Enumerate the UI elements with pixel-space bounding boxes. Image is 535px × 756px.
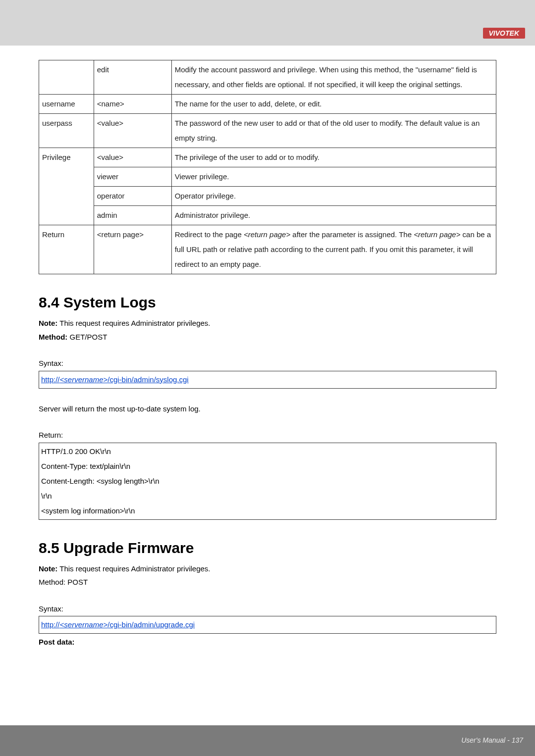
cell: <return page> [94, 225, 171, 274]
table-row: operator Operator privilege. [39, 187, 496, 206]
cell: The privilege of the user to add or to m… [171, 148, 496, 167]
return-box: HTTP/1.0 200 OK\r\n Content-Type: text/p… [39, 443, 496, 520]
cell: Modify the account password and privileg… [171, 60, 496, 95]
cell: operator [94, 187, 171, 206]
cell: Redirect to the page <return page> after… [171, 225, 496, 274]
cell: The password of the new user to add or t… [171, 114, 496, 148]
cell: <value> [94, 148, 171, 167]
heading-system-logs: 8.4 System Logs [39, 294, 496, 311]
brand-pill: VIVOTEK [483, 28, 525, 39]
table-row: admin Administrator privilege. [39, 206, 496, 225]
table-row: edit Modify the account password and pri… [39, 60, 496, 95]
cell: Viewer privilege. [171, 167, 496, 187]
return-line: Content-Type: text/plain\r\n [41, 459, 494, 474]
table-row: Return <return page> Redirect to the pag… [39, 225, 496, 274]
return-line: HTTP/1.0 200 OK\r\n [41, 444, 494, 459]
cell: Administrator privilege. [171, 206, 496, 225]
syntax-box-2: http://<servername>/cgi-bin/admin/upgrad… [39, 616, 496, 634]
cell: <value> [94, 114, 171, 148]
syslog-url[interactable]: http://<servername>/cgi-bin/admin/syslog… [41, 375, 189, 384]
note-line-2: Note: This request requires Administrato… [39, 562, 496, 575]
parameter-table: edit Modify the account password and pri… [39, 60, 496, 274]
table-row: userpass <value> The password of the new… [39, 114, 496, 148]
syntax-label: Syntax: [39, 357, 496, 370]
cell: Operator privilege. [171, 187, 496, 206]
cell: Return [39, 225, 94, 274]
cell: The name for the user to add, delete, or… [171, 95, 496, 114]
footer: User's Manual - 137 [0, 725, 535, 756]
method-line-2: Method: POST [39, 576, 496, 589]
syntax-label-2: Syntax: [39, 603, 496, 615]
cell: admin [94, 206, 171, 225]
return-label: Return: [39, 429, 496, 442]
post-data-label: Post data: [39, 636, 496, 649]
return-line: \r\n [41, 489, 494, 504]
return-line: Content-Length: <syslog length>\r\n [41, 474, 494, 489]
footer-text: User's Manual - 137 [461, 736, 523, 744]
heading-upgrade-firmware: 8.5 Upgrade Firmware [39, 540, 496, 556]
return-line: <system log information>\r\n [41, 504, 494, 518]
cell [39, 60, 94, 95]
page-content: edit Modify the account password and pri… [0, 47, 535, 725]
table-row: Privilege <value> The privilege of the u… [39, 148, 496, 167]
method-line: Method: GET/POST [39, 331, 496, 344]
cell: userpass [39, 114, 94, 148]
cell: Privilege [39, 148, 94, 225]
note-line: Note: This request requires Administrato… [39, 317, 496, 330]
table-row: username <name> The name for the user to… [39, 95, 496, 114]
upgrade-url[interactable]: http://<servername>/cgi-bin/admin/upgrad… [41, 620, 195, 629]
cell: viewer [94, 167, 171, 187]
cell: <name> [94, 95, 171, 114]
header-band: VIVOTEK [0, 0, 535, 46]
cell: edit [94, 60, 171, 95]
server-line: Server will return the most up-to-date s… [39, 403, 496, 415]
syntax-box: http://<servername>/cgi-bin/admin/syslog… [39, 371, 496, 389]
cell: username [39, 95, 94, 114]
table-row: viewer Viewer privilege. [39, 167, 496, 187]
